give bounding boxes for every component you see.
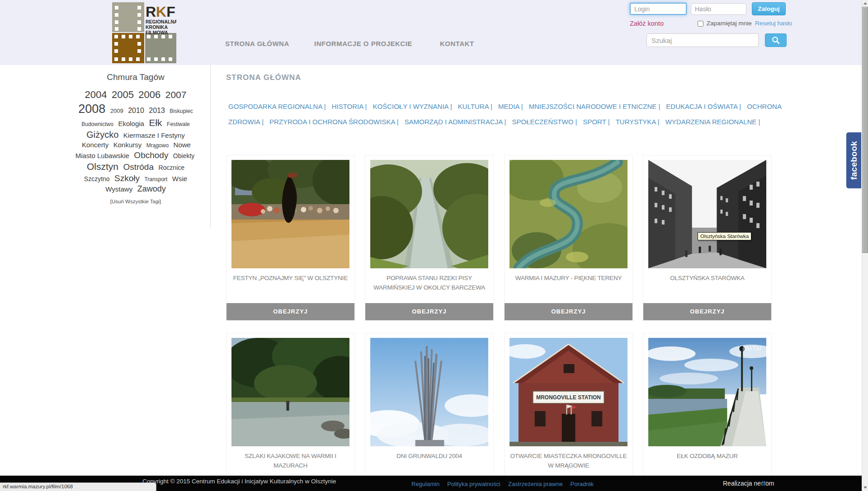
video-thumbnail-elk[interactable]: MaTa! [648,338,766,446]
category-link[interactable]: TURYSTYKA [616,118,656,126]
tag-link[interactable]: Biskupiec [170,108,193,114]
video-title[interactable]: OTWARCIE MIASTECZKA MRONGOVILLE W MRĄGOW… [508,452,629,471]
footer-link[interactable]: Regulamin [411,481,439,487]
video-thumbnail-grunwald[interactable] [370,338,488,446]
tag-link[interactable]: Wystawy [105,185,132,193]
tag-link[interactable]: Olsztyn [87,161,118,172]
category-link[interactable]: PRZYRODA I OCHRONA ŚRODOWISKA [269,118,395,126]
tag-link[interactable]: 2007 [165,89,187,100]
category-links: GOSPODARKA REGIONALNA |HISTORIA |KOŚCIOŁ… [228,99,789,130]
tag-link[interactable]: Festiwale [167,121,190,127]
tag-link[interactable]: Wsie [172,175,187,182]
rkf-logo[interactable]: RKF REGIONALNA KRONIKA FILMOWA [112,2,176,63]
nettom-logo[interactable]: tt [761,479,765,487]
realization-suffix: om [765,480,774,487]
category-separator: | [756,118,760,126]
video-title[interactable]: POPRAWA STANU RZEKI PISY WARMIŃSKIEJ W O… [369,274,490,293]
category-link[interactable]: WYDARZENIA REGIONALNE [665,118,757,126]
tag-link[interactable]: Kiermasze I Festyny [123,131,185,139]
category-link[interactable]: MNIEJSZOŚCI NARODOWE I ETNICZNE [529,103,657,110]
video-thumbnail-warmia-mazury[interactable] [509,160,627,268]
tag-link[interactable]: Szczytno [84,175,110,182]
category-separator: | [502,118,506,126]
footer-link[interactable]: Zastrzeżenia prawne [508,481,563,487]
nav-strona-glowna[interactable]: STRONA GŁÓWNA [225,40,289,47]
category-separator: | [737,103,741,110]
nav-kontakt[interactable]: KONTAKT [440,40,474,47]
category-link[interactable]: SAMORZĄD I ADMINISTRACJA [405,118,503,126]
footer-links: RegulaminPolityka prywatnościZastrzeżeni… [411,481,601,487]
tag-link[interactable]: 2008 [78,102,105,116]
video-card: MaTa! EŁK OZDOBĄ MAZUR OBEJRZYJ [643,333,772,491]
tag-link[interactable]: 2009 [110,108,123,114]
watch-button[interactable]: OBEJRZYJ [643,303,771,320]
tag-link[interactable]: Giżycko [86,130,118,140]
category-link[interactable]: SPOŁECZEŃSTWO [512,118,573,126]
tag-link[interactable]: Obchody [134,150,168,160]
tag-link[interactable]: Koncerty [82,141,108,149]
tag-link[interactable]: Obiekty [173,152,194,159]
video-title[interactable]: DNI GRUNWALDU 2004 [369,452,490,461]
lake-image [231,338,349,446]
search-button[interactable] [765,33,787,47]
search-input[interactable] [646,33,759,47]
watch-button[interactable]: OBEJRZYJ [226,303,354,320]
tag-link[interactable]: 2005 [112,89,134,100]
video-thumbnail-mrongoville[interactable]: MRONGOVILLE STATION [509,338,627,446]
tag-link[interactable]: 2004 [85,89,107,100]
register-link[interactable]: Załóż konto [630,20,664,27]
video-title[interactable]: WARMIA I MAZURY - PIĘKNE TERENY [508,274,629,283]
footer-link[interactable]: Poradnik [571,481,594,487]
tag-link[interactable]: Ostróda [123,162,154,172]
page: RKF REGIONALNA KRONIKA FILMOWA STRONA GŁ… [0,0,868,491]
tag-link[interactable]: Ekologia [118,120,144,127]
category-link[interactable]: HISTORIA [332,103,363,110]
category-link[interactable]: GOSPODARKA REGIONALNA [228,103,322,110]
nav-informacje-o-projekcie[interactable]: INFORMACJE O PROJEKCIE [314,40,412,47]
logo-line2: KRONIKA [146,24,168,30]
video-title[interactable]: OLSZTYŃSKA STARÓWKA [647,274,768,283]
video-title[interactable]: EŁK OZDOBĄ MAZUR [647,452,768,461]
reset-password-link[interactable]: Resetuj hasło [755,20,792,27]
tag-link[interactable]: Szkoły [114,173,140,183]
scrollbar-down-arrow[interactable] [862,484,868,491]
old-town-image [648,160,766,268]
tag-link[interactable]: 2006 [138,89,160,100]
category-link[interactable]: KULTURA [458,103,489,110]
video-thumbnail-rzeka-pisa[interactable] [370,160,488,268]
login-button[interactable]: Zaloguj [752,2,786,15]
category-link[interactable]: MEDIA [498,103,519,110]
tag-link[interactable]: Ełk [149,117,162,128]
tag-link[interactable]: 2013 [149,107,165,114]
tag-link[interactable]: Budownictwo [81,121,113,127]
video-title[interactable]: SZLAKI KAJAKOWE NA WARMII I MAZURACH [230,452,351,471]
login-input[interactable] [630,3,687,15]
watch-button[interactable]: OBEJRZYJ [365,303,493,320]
tag-link[interactable]: Konkursy [113,141,142,149]
facebook-badge[interactable]: facebook [846,132,861,188]
category-link[interactable]: KOŚCIOŁY I WYZNANIA [373,103,448,110]
video-thumbnail-starowka[interactable] [648,160,766,268]
category-link[interactable]: SPORT [583,118,606,126]
clear-all-tags-link[interactable]: [Usuń Wszystkie Tagi] [110,199,161,204]
realization-prefix: Realizacja ne [723,480,761,487]
scrollbar[interactable] [862,0,868,491]
category-link[interactable]: EDUKACJA I OŚWIATA [666,103,737,110]
tag-link[interactable]: Transport [144,176,167,182]
tag-link[interactable]: Rocznice [158,164,184,171]
svg-text:RKF: RKF [146,4,175,20]
up-triangle-icon [863,2,867,5]
watch-button[interactable]: OBEJRZYJ [505,303,632,320]
video-thumbnail-festyn[interactable] [231,160,349,268]
tag-link[interactable]: 2010 [128,107,144,114]
password-input[interactable] [691,3,746,15]
thumbnail-tooltip: Olsztyńska Starówka [698,232,751,240]
video-thumbnail-kajaki[interactable] [231,338,349,446]
scrollbar-up-arrow[interactable] [862,0,868,7]
footer-link[interactable]: Polityka prywatności [447,481,500,487]
tag-link[interactable]: Mrągowo [146,142,169,149]
remember-me-checkbox[interactable] [698,21,703,27]
scrollbar-thumb[interactable] [862,7,868,253]
video-title[interactable]: FESTYN „POZNAJMY SIĘ” W OLSZTYNIE [230,274,351,283]
tag-link[interactable]: Zawody [137,184,166,193]
